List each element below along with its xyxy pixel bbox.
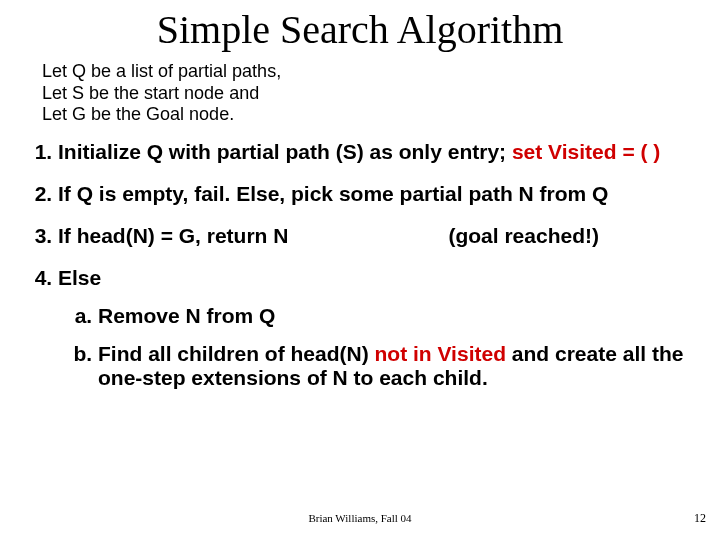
intro-line-2: Let S be the start node and bbox=[42, 83, 720, 105]
step-1-text: Initialize Q with partial path (S) as on… bbox=[58, 140, 512, 163]
footer-center: Brian Williams, Fall 04 bbox=[0, 512, 720, 524]
step-4b-a: Find all children of head(N) bbox=[98, 342, 375, 365]
step-4b: Find all children of head(N) not in Visi… bbox=[98, 342, 690, 390]
intro-line-3: Let G be the Goal node. bbox=[42, 104, 720, 126]
step-4b-red: not in Visited bbox=[375, 342, 506, 365]
step-3-text: If head(N) = G, return N bbox=[58, 224, 288, 247]
step-2-text: If Q is empty, fail. Else, pick some par… bbox=[58, 182, 608, 205]
step-1-red: set Visited = ( ) bbox=[512, 140, 660, 163]
step-4a-text: Remove N from Q bbox=[98, 304, 275, 327]
intro-line-1: Let Q be a list of partial paths, bbox=[42, 61, 720, 83]
step-4-text: Else bbox=[58, 266, 101, 289]
step-4-sublist: Remove N from Q Find all children of hea… bbox=[58, 304, 690, 390]
step-3: If head(N) = G, return N(goal reached!) bbox=[58, 224, 720, 248]
step-3-goal: (goal reached!) bbox=[448, 224, 599, 248]
slide-number: 12 bbox=[694, 511, 706, 526]
intro-block: Let Q be a list of partial paths, Let S … bbox=[42, 61, 720, 126]
algorithm-steps: Initialize Q with partial path (S) as on… bbox=[0, 140, 720, 390]
step-2: If Q is empty, fail. Else, pick some par… bbox=[58, 182, 720, 206]
step-1: Initialize Q with partial path (S) as on… bbox=[58, 140, 720, 164]
slide: Simple Search Algorithm Let Q be a list … bbox=[0, 6, 720, 540]
step-4a: Remove N from Q bbox=[98, 304, 690, 328]
step-4: Else Remove N from Q Find all children o… bbox=[58, 266, 720, 390]
slide-title: Simple Search Algorithm bbox=[0, 6, 720, 53]
